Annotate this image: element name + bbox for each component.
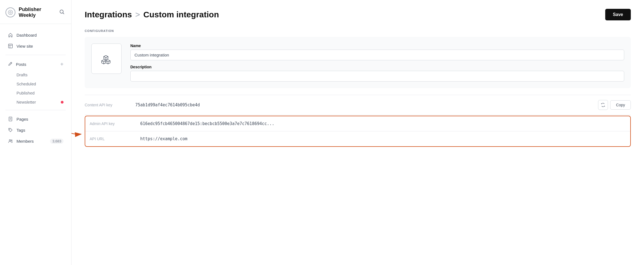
sidebar-item-newsletter[interactable]: Newsletter — [2, 98, 69, 107]
breadcrumb: Integrations > Custom integration — [85, 10, 219, 19]
content-api-key-value: 75ab1d99af4ec7614b095cbe4d — [135, 102, 591, 107]
breadcrumb-separator: > — [135, 10, 140, 19]
description-input[interactable] — [130, 71, 624, 82]
sidebar-header: Publisher Weekly — [0, 0, 71, 24]
config-section-label: CONFIGURATION — [85, 29, 631, 33]
home-icon — [8, 32, 13, 38]
description-field-group: Description — [130, 65, 624, 82]
sidebar-item-view-site[interactable]: View site — [2, 40, 69, 52]
sidebar-item-dashboard[interactable]: Dashboard — [2, 29, 69, 40]
sidebar-logo — [5, 7, 15, 17]
highlighted-api-section: Admin API key 616edc95fcb465004867de15:b… — [85, 116, 631, 147]
api-url-row: API URL https://example.com — [85, 131, 630, 146]
members-count: 3,683 — [50, 139, 64, 144]
copy-button[interactable]: Copy — [610, 100, 631, 110]
svg-rect-8 — [9, 117, 12, 121]
layout-icon — [8, 43, 13, 49]
svg-point-1 — [10, 12, 11, 13]
sidebar-item-drafts[interactable]: Drafts — [2, 70, 69, 79]
blocks-icon — [99, 51, 114, 67]
refresh-button[interactable] — [598, 100, 608, 110]
svg-line-3 — [63, 13, 64, 14]
tags-icon — [8, 127, 13, 133]
sidebar-title: Publisher Weekly — [19, 7, 55, 18]
api-url-value: https://example.com — [140, 136, 626, 141]
nav-divider-2 — [5, 110, 66, 110]
svg-marker-14 — [102, 60, 106, 62]
config-fields: Name Description — [130, 44, 624, 82]
content-api-key-row: Content API key 75ab1d99af4ec7614b095cbe… — [85, 95, 631, 115]
breadcrumb-current: Custom integration — [143, 10, 219, 19]
sidebar-item-pages[interactable]: Pages — [2, 113, 69, 125]
sidebar-item-published[interactable]: Published — [2, 88, 69, 98]
name-label: Name — [130, 44, 624, 48]
sidebar: Publisher Weekly Dashboard — [0, 0, 71, 265]
svg-point-2 — [60, 10, 63, 13]
content-api-key-actions: Copy — [598, 100, 631, 110]
svg-point-0 — [8, 10, 13, 15]
svg-point-12 — [9, 140, 11, 141]
name-input[interactable] — [130, 50, 624, 60]
main-content: Integrations > Custom integration Save C… — [71, 0, 644, 265]
api-url-label: API URL — [90, 137, 134, 141]
posts-label: Posts — [16, 62, 26, 67]
admin-api-key-row: Admin API key 616edc95fcb465004867de15:b… — [85, 116, 630, 131]
svg-marker-18 — [104, 55, 108, 58]
edit-icon — [8, 61, 13, 67]
breadcrumb-root: Integrations — [85, 10, 132, 19]
config-card: Name Description — [85, 37, 631, 88]
page-header: Integrations > Custom integration Save — [85, 9, 631, 20]
name-field-group: Name — [130, 44, 624, 60]
members-icon — [8, 138, 13, 144]
sidebar-item-scheduled[interactable]: Scheduled — [2, 79, 69, 88]
sidebar-item-tags[interactable]: Tags — [2, 125, 69, 136]
nav-divider — [5, 55, 66, 55]
description-label: Description — [130, 65, 624, 69]
arrow-indicator — [71, 119, 85, 139]
svg-marker-16 — [106, 60, 110, 62]
sidebar-item-members[interactable]: Members 3,683 — [2, 136, 69, 147]
admin-api-key-label: Admin API key — [90, 121, 134, 126]
view-site-label: View site — [16, 44, 33, 48]
add-post-button[interactable]: + — [60, 61, 64, 67]
dashboard-label: Dashboard — [16, 33, 37, 37]
svg-point-11 — [9, 129, 10, 129]
newsletter-badge — [61, 101, 64, 104]
pages-icon — [8, 116, 13, 122]
search-button[interactable] — [58, 8, 66, 17]
svg-point-13 — [11, 140, 12, 141]
integration-icon-box — [91, 44, 122, 74]
save-button[interactable]: Save — [605, 9, 631, 20]
svg-rect-4 — [9, 44, 12, 48]
content-api-key-label: Content API key — [85, 103, 129, 107]
admin-api-key-value: 616edc95fcb465004867de15:becbcb5500e3a7e… — [140, 121, 626, 126]
sidebar-item-posts[interactable]: Posts + — [2, 58, 69, 70]
sidebar-navigation: Dashboard View site Posts — [0, 24, 71, 265]
svg-line-7 — [10, 63, 12, 64]
api-section: Content API key 75ab1d99af4ec7614b095cbe… — [85, 95, 631, 147]
